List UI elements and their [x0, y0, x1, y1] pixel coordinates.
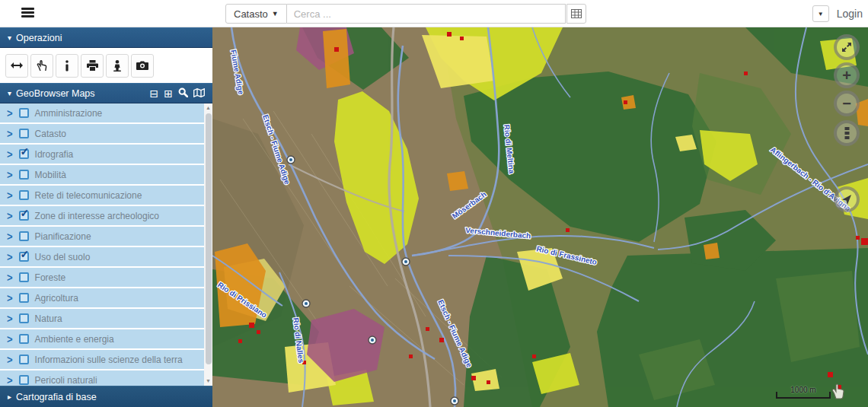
menu-icon[interactable] — [21, 8, 34, 18]
chevron-right-icon[interactable]: > — [7, 189, 13, 202]
layer-row-pericoli-naturali[interactable]: >Pericoli naturali — [0, 370, 204, 386]
layer-checkbox[interactable] — [19, 313, 29, 323]
layer-row-rete-telecomunicazione[interactable]: >Rete di telecomunicazione — [0, 186, 204, 206]
layer-row-agricoltura[interactable]: >Agricoltura — [0, 288, 204, 309]
chevron-right-icon[interactable]: > — [7, 353, 13, 366]
chevron-right-icon[interactable]: > — [7, 374, 13, 386]
layer-checkbox-checked[interactable] — [19, 211, 29, 221]
layer-label: Rete di telecomunicazione — [35, 190, 142, 201]
layer-label: Foreste — [35, 272, 66, 283]
map-imagery: Fiume Adige Etsch - Fiume Adige Rio di M… — [212, 27, 868, 407]
scrollbar-thumb[interactable] — [206, 113, 212, 364]
zoom-out-icon[interactable]: − — [834, 91, 860, 116]
layer-list-scrollbar[interactable]: ▲ ▼ — [204, 103, 212, 386]
layer-row-natura[interactable]: >Natura — [0, 309, 204, 329]
layer-checkbox[interactable] — [19, 293, 29, 303]
layer-row-pianificazione[interactable]: >Pianificazione — [0, 227, 204, 247]
chevron-right-icon[interactable]: > — [7, 148, 13, 161]
legend-map-icon[interactable] — [193, 88, 205, 99]
layer-row-scienze-terra[interactable]: >Informazioni sulle scienze della terra — [0, 350, 204, 370]
layer-label: Idrografia — [35, 149, 74, 160]
camera-icon[interactable] — [131, 54, 154, 78]
operations-panel-header[interactable]: ▾ Operazioni — [0, 27, 212, 48]
maps-panel-title: GeoBrowser Maps — [16, 88, 95, 99]
chevron-right-icon[interactable]: > — [7, 271, 13, 284]
layer-checkbox[interactable] — [19, 375, 29, 385]
layer-label: Amministrazione — [35, 108, 103, 119]
chevron-right-icon[interactable]: > — [7, 312, 13, 325]
sidebar: ▾ Operazioni ▾ Geo — [0, 27, 212, 407]
scale-bar: 1000 m — [776, 388, 831, 399]
geolocate-icon[interactable] — [834, 186, 860, 212]
layer-label: Uso del suolo — [35, 252, 91, 262]
caret-right-icon: ▸ — [8, 393, 11, 401]
layer-label: Natura — [35, 313, 62, 324]
login-link[interactable]: Login — [837, 8, 863, 20]
layer-checkbox[interactable] — [19, 170, 29, 180]
maps-panel-header[interactable]: ▾ GeoBrowser Maps ⊟ ⊞ — [0, 83, 212, 103]
layer-checkbox-checked[interactable] — [19, 149, 29, 159]
pointer-hand-icon[interactable] — [30, 54, 53, 78]
chevron-right-icon[interactable]: > — [7, 209, 13, 222]
basemap-panel-header[interactable]: ▸ Cartografia di base — [0, 386, 212, 407]
layer-row-mobilita[interactable]: >Mobilità — [0, 165, 204, 186]
account-caret-icon[interactable]: ▼ — [812, 5, 829, 22]
layer-row-zone-archeologico[interactable]: >Zone di interesse archeologico — [0, 206, 204, 227]
layer-row-uso-del-suolo[interactable]: >Uso del suolo — [0, 247, 204, 268]
caret-down-icon: ▾ — [8, 89, 11, 97]
caret-down-icon: ▾ — [8, 33, 11, 42]
info-icon[interactable] — [56, 54, 78, 78]
scroll-up-icon[interactable]: ▲ — [204, 103, 212, 113]
layer-list: >Amministrazione >Catasto >Idrografia >M… — [0, 103, 212, 386]
search-input[interactable] — [287, 4, 566, 24]
expand-all-icon[interactable]: ⊞ — [164, 88, 173, 99]
layer-label: Pianificazione — [35, 231, 91, 242]
layer-label: Pericoli naturali — [35, 375, 97, 386]
layer-checkbox[interactable] — [19, 190, 29, 200]
layer-checkbox[interactable] — [19, 108, 29, 118]
table-icon[interactable] — [566, 4, 586, 24]
layer-label: Agricoltura — [35, 293, 78, 304]
search-group: Catasto ▼ — [225, 4, 586, 24]
layer-row-idrografia[interactable]: >Idrografia — [0, 145, 204, 165]
layer-row-catasto[interactable]: >Catasto — [0, 124, 204, 145]
layer-row-foreste[interactable]: >Foreste — [0, 268, 204, 288]
chevron-right-icon[interactable]: > — [7, 168, 13, 181]
previous-extents-icon[interactable] — [834, 120, 860, 146]
scroll-down-icon[interactable]: ▼ — [204, 377, 212, 386]
top-bar: Catasto ▼ ▼ Login — [0, 0, 868, 27]
print-icon[interactable] — [81, 54, 104, 78]
zoom-in-icon[interactable]: + — [834, 62, 860, 88]
caret-down-icon: ▼ — [272, 10, 279, 17]
layer-row-amministrazione[interactable]: >Amministrazione — [0, 103, 204, 124]
collapse-all-icon[interactable]: ⊟ — [150, 88, 159, 99]
map-canvas[interactable]: Fiume Adige Etsch - Fiume Adige Rio di M… — [212, 27, 868, 407]
layer-label: Mobilità — [35, 170, 66, 180]
chevron-right-icon[interactable]: > — [7, 332, 13, 345]
chevron-right-icon[interactable]: > — [7, 107, 13, 119]
operations-title: Operazioni — [16, 33, 62, 43]
layer-label: Informazioni sulle scienze della terra — [35, 355, 183, 365]
search-category-button[interactable]: Catasto ▼ — [225, 4, 287, 24]
chevron-right-icon[interactable]: > — [7, 127, 13, 140]
layer-checkbox[interactable] — [19, 355, 29, 364]
layer-label: Ambiente e energia — [35, 334, 114, 345]
streetview-icon[interactable] — [106, 54, 129, 78]
layer-row-ambiente-energia[interactable]: >Ambiente e energia — [0, 329, 204, 350]
layer-checkbox[interactable] — [19, 231, 29, 241]
layer-label: Zone di interesse archeologico — [35, 211, 159, 221]
search-layers-icon[interactable] — [178, 87, 188, 99]
chevron-right-icon[interactable]: > — [7, 230, 13, 243]
chevron-right-icon[interactable]: > — [7, 291, 13, 304]
zoom-extent-icon[interactable] — [834, 34, 860, 60]
basemap-title: Cartografia di base — [16, 392, 97, 402]
measure-icon[interactable] — [5, 54, 28, 78]
operations-toolbar — [0, 48, 212, 83]
layer-checkbox-checked[interactable] — [19, 252, 29, 262]
scale-text: 1000 m — [776, 386, 831, 394]
chevron-right-icon[interactable]: > — [7, 250, 13, 263]
layer-checkbox[interactable] — [19, 334, 29, 344]
layer-checkbox[interactable] — [19, 272, 29, 282]
layer-checkbox[interactable] — [19, 129, 29, 138]
layer-label: Catasto — [35, 129, 66, 139]
